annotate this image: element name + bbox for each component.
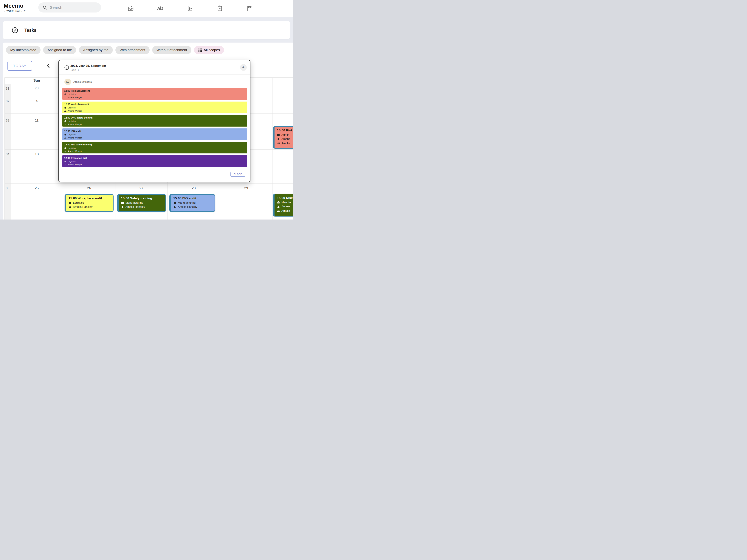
assignee-row[interactable]: AB Aznela Britanova <box>65 79 92 85</box>
week-number: 32 <box>4 100 11 103</box>
task-card-safety-training-27[interactable]: 15:00 Safety training Manufacturing Amel… <box>117 194 166 212</box>
grid-line <box>4 217 293 217</box>
search-icon <box>43 5 47 10</box>
briefcase-icon <box>277 133 280 136</box>
search-input[interactable]: Search <box>38 2 101 12</box>
task-dept-row: Manufa <box>277 200 293 205</box>
task-card-risk-week33[interactable]: 15:00 Risk Admin Arsene Amelia <box>273 126 293 149</box>
popup-task-risk-assassment[interactable]: 12:00 Risk assassment Logistics Arsene W… <box>62 88 247 100</box>
grid-icon <box>198 48 202 52</box>
grid-line <box>4 183 293 184</box>
task-person: Arsene <box>281 137 290 141</box>
task-person-row: Arsene <box>277 205 293 209</box>
briefcase-icon <box>64 160 67 163</box>
task-dept: Logistics <box>68 160 76 163</box>
task-title: 12:00 Workplace audit <box>64 103 245 106</box>
filter-chip-all-scopes[interactable]: All scopes <box>194 46 224 54</box>
filter-chip-my-uncompleted[interactable]: My uncompleted <box>6 46 41 54</box>
page-title-card: Tasks <box>3 21 290 39</box>
filter-chip-with-attachment[interactable]: With attachment <box>115 46 150 54</box>
week-gutter-cell <box>5 217 11 219</box>
popup-task-fire-safety-training[interactable]: 12:00 Fire safety training Logistics Ars… <box>62 142 247 154</box>
task-dept-row: Logistics <box>64 133 245 136</box>
task-person-row: Arsene Wenger <box>64 163 245 166</box>
filter-chip-assigned-by-me[interactable]: Assigned by me <box>79 46 112 54</box>
task-dept-row: Logistics <box>64 106 245 109</box>
task-title: 12:00 OHS safety training <box>64 116 245 119</box>
briefcase-icon <box>64 107 67 109</box>
report-edit-nav-icon[interactable] <box>216 5 223 12</box>
briefcase-icon <box>173 201 176 204</box>
flag-nav-icon[interactable] <box>246 5 253 12</box>
people-icon <box>64 150 67 152</box>
task-dept: Logistics <box>68 133 76 136</box>
date-cell-label[interactable]: 28 <box>168 186 220 190</box>
task-card-iso-audit-28[interactable]: 15:00 ISO audit Manufacturing Amelia Han… <box>170 194 215 212</box>
close-button[interactable]: CLOSE <box>230 172 246 177</box>
task-title: 15:00 Safety training <box>121 196 163 201</box>
briefcase-icon <box>121 201 124 204</box>
task-person-row: Amelia Hansley <box>121 205 163 209</box>
popup-task-workplace-audit[interactable]: 12:00 Workplace audit Logistics Arsene W… <box>62 102 247 113</box>
date-cell-label[interactable]: 29 <box>220 186 272 190</box>
task-person2: Amelia <box>281 141 290 145</box>
date-cell-label[interactable]: 26 <box>63 186 115 190</box>
top-header: Meemo E-WORK SAFETY Search <box>0 0 293 17</box>
task-person-row: Arsene Wenger <box>64 136 245 139</box>
person-icon <box>173 206 176 209</box>
popup-date-title: 2024. year 25. September <box>70 64 106 68</box>
task-person-row: Arsene Wenger <box>64 150 245 153</box>
task-title: 15:00 ISO audit <box>173 196 213 201</box>
task-person-row: Arsene Wenger <box>64 96 245 99</box>
popup-task-ohs-safety-training[interactable]: 12:00 OHS safety training Logistics Arse… <box>62 115 247 127</box>
brand-tagline: E-WORK SAFETY <box>4 9 26 12</box>
task-person: Amelia Hansley <box>73 205 93 209</box>
date-cell-label[interactable]: 4 <box>11 99 63 103</box>
task-person: Arsene Wenger <box>68 150 82 153</box>
date-cell-label[interactable]: 18 <box>11 152 63 156</box>
task-person: Arsene Wenger <box>68 136 82 139</box>
person-icon <box>69 206 72 209</box>
people-icon <box>64 123 67 126</box>
task-dept: Manufacturing <box>126 201 143 205</box>
add-task-button[interactable]: + <box>240 64 247 71</box>
briefcase-icon <box>64 147 67 149</box>
task-card-risk-week35[interactable]: 15:00 Risk Manufa Arsene Amelia <box>273 194 293 216</box>
popup-task-iso-audit[interactable]: 12:00 ISO audit Logistics Arsene Wenger <box>62 128 247 140</box>
task-person-row: Amelia Hansley <box>173 205 213 209</box>
task-person-row: Arsene Wenger <box>64 123 245 126</box>
task-dept-row: Logistics <box>64 146 245 150</box>
date-cell-label[interactable]: 11 <box>11 118 63 123</box>
popup-task-evcuation-drill[interactable]: 12:00 Evcuation drill Logistics Arsene W… <box>62 155 247 167</box>
popup-footer-divider <box>59 169 250 169</box>
task-dept-row: Manufacturing <box>121 201 163 205</box>
task-title: 15:00 Risk <box>277 128 293 133</box>
chevron-left-icon[interactable] <box>46 63 51 69</box>
briefcase-icon <box>64 93 67 96</box>
panel-divider <box>3 57 293 57</box>
filter-chip-assigned-to-me[interactable]: Assigned to me <box>43 46 76 54</box>
week-number: 34 <box>4 153 11 156</box>
task-dept: Logistics <box>68 93 76 96</box>
popup-task-count: Tasks - 6 <box>70 69 79 71</box>
briefcase-nav-icon[interactable] <box>127 5 134 12</box>
date-cell-label[interactable]: 28 <box>11 86 63 90</box>
day-tasks-popup: 2024. year 25. September Tasks - 6 + AB … <box>58 60 251 182</box>
briefcase-icon <box>277 201 280 204</box>
team-nav-icon[interactable] <box>157 5 164 12</box>
checklist-nav-icon[interactable] <box>187 5 194 12</box>
week-number: 31 <box>4 87 11 90</box>
task-dept-row: Admin <box>277 133 293 137</box>
task-person2-row: Amelia <box>277 209 293 213</box>
today-button[interactable]: TODAY <box>7 61 32 71</box>
task-title: 12:00 Fire safety training <box>64 143 245 146</box>
task-card-workplace-audit-26[interactable]: 15:00 Workplace audit Logistics Amelia H… <box>65 194 113 212</box>
week-number: 35 <box>4 186 11 190</box>
filter-chip-without-attachment[interactable]: Without attachment <box>152 46 191 54</box>
date-cell-label[interactable]: 25 <box>11 186 63 190</box>
check-circle-icon <box>64 65 69 70</box>
people-icon <box>277 209 280 212</box>
date-cell-label[interactable]: 27 <box>115 186 168 190</box>
task-dept-row: Logistics <box>64 119 245 123</box>
task-person-row: Arsene Wenger <box>64 109 245 112</box>
